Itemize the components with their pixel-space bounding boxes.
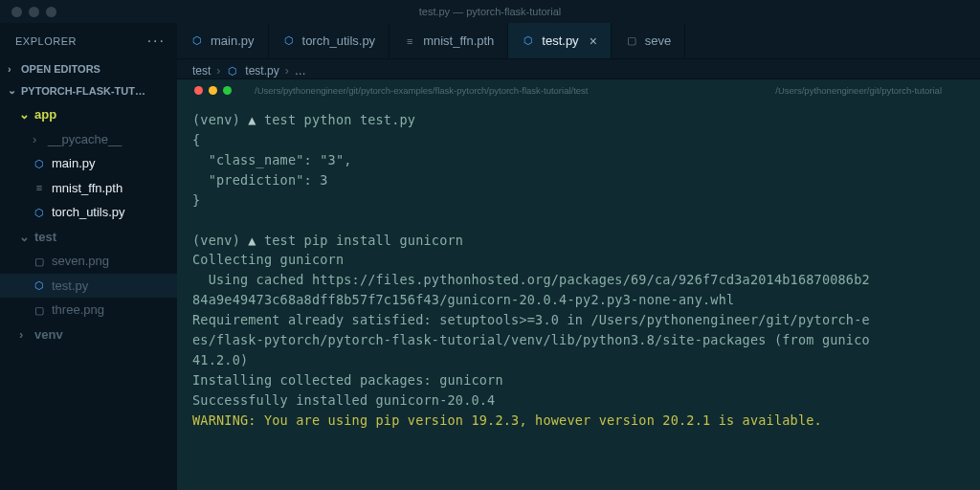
tab-label: torch_utils.py bbox=[302, 33, 376, 48]
warning-line: WARNING: You are using pip version 19.2.… bbox=[192, 412, 822, 428]
python-file-icon: ⬡ bbox=[282, 34, 296, 48]
tab-label: seve bbox=[645, 33, 671, 48]
python-file-icon: ⬡ bbox=[190, 34, 204, 48]
file-tree: ⌄ app › __pycache__ ⬡ main.py ≡ mnist_ff… bbox=[0, 102, 177, 346]
breadcrumb-folder: test bbox=[192, 64, 211, 78]
maximize-window-icon[interactable] bbox=[46, 7, 56, 17]
folder-label: __pycache__ bbox=[48, 130, 122, 149]
file-label: test.py bbox=[52, 277, 88, 296]
close-window-icon[interactable] bbox=[11, 7, 22, 17]
python-file-icon: ⬡ bbox=[33, 157, 46, 170]
folder-label: app bbox=[34, 105, 56, 124]
chevron-down-icon: ⌄ bbox=[19, 228, 29, 247]
chevron-down-icon: ⌄ bbox=[8, 84, 17, 97]
main-area: EXPLORER ··· › OPEN EDITORS ⌄ PYTORCH-FL… bbox=[0, 23, 980, 490]
chevron-right-icon: › bbox=[19, 325, 29, 345]
python-file-icon: ⬡ bbox=[33, 278, 46, 292]
prompt-icon: ▲ bbox=[248, 112, 256, 127]
file-icon: ≡ bbox=[403, 34, 416, 48]
project-label: PYTORCH-FLASK-TUT… bbox=[21, 85, 145, 97]
breadcrumb-more: … bbox=[295, 64, 306, 78]
file-test-py[interactable]: ⬡ test.py bbox=[0, 274, 177, 299]
file-icon: ≡ bbox=[33, 181, 46, 194]
prompt-icon: ▲ bbox=[248, 233, 256, 248]
tab-main-py[interactable]: ⬡ main.py bbox=[177, 23, 269, 58]
editor-tabs: ⬡ main.py ⬡ torch_utils.py ≡ mnist_ffn.p… bbox=[177, 23, 980, 59]
terminal-window-controls bbox=[194, 86, 232, 95]
file-label: three.png bbox=[52, 301, 104, 320]
close-icon[interactable]: × bbox=[590, 33, 597, 49]
editor-window: test.py — pytorch-flask-tutorial EXPLORE… bbox=[0, 0, 980, 490]
chevron-right-icon: › bbox=[216, 64, 220, 78]
folder-label: venv bbox=[34, 325, 63, 345]
explorer-title: EXPLORER bbox=[15, 35, 77, 47]
project-section[interactable]: ⌄ PYTORCH-FLASK-TUT… bbox=[0, 80, 177, 102]
titlebar: test.py — pytorch-flask-tutorial bbox=[0, 0, 980, 23]
maximize-icon[interactable] bbox=[223, 86, 232, 95]
chevron-down-icon: ⌄ bbox=[19, 105, 29, 124]
file-label: seven.png bbox=[52, 252, 109, 271]
folder-label: test bbox=[34, 228, 56, 247]
file-torch-utils[interactable]: ⬡ torch_utils.py bbox=[0, 200, 177, 225]
file-seven-png[interactable]: ▢ seven.png bbox=[0, 249, 177, 274]
sidebar: EXPLORER ··· › OPEN EDITORS ⌄ PYTORCH-FL… bbox=[0, 23, 177, 490]
chevron-right-icon: › bbox=[285, 64, 289, 78]
tab-test-py[interactable]: ⬡ test.py × bbox=[508, 23, 611, 58]
tab-label: mnist_ffn.pth bbox=[423, 33, 494, 48]
tab-mnist-pth[interactable]: ≡ mnist_ffn.pth bbox=[390, 23, 508, 58]
image-file-icon: ▢ bbox=[625, 34, 638, 48]
file-three-png[interactable]: ▢ three.png bbox=[0, 298, 177, 323]
terminal-tabbar: /Users/pythonengineer/git/pytorch-exampl… bbox=[177, 79, 980, 100]
file-label: mnist_ffn.pth bbox=[52, 179, 122, 198]
folder-test[interactable]: ⌄ test bbox=[0, 225, 177, 250]
file-main-py[interactable]: ⬡ main.py bbox=[0, 151, 177, 176]
close-icon[interactable] bbox=[194, 86, 203, 95]
tab-torch-utils[interactable]: ⬡ torch_utils.py bbox=[269, 23, 390, 58]
python-file-icon: ⬡ bbox=[522, 34, 535, 48]
image-file-icon: ▢ bbox=[33, 303, 46, 317]
terminal-output[interactable]: (venv) ▲ test python test.py { "class_na… bbox=[177, 100, 980, 436]
folder-venv[interactable]: › venv bbox=[0, 323, 177, 347]
folder-app[interactable]: ⌄ app bbox=[0, 102, 177, 127]
chevron-right-icon: › bbox=[8, 63, 17, 75]
tab-label: test.py bbox=[542, 33, 578, 48]
tab-seven-png[interactable]: ▢ seve bbox=[612, 23, 685, 58]
python-file-icon: ⬡ bbox=[226, 64, 239, 78]
file-mnist-pth[interactable]: ≡ mnist_ffn.pth bbox=[0, 176, 177, 201]
minimize-window-icon[interactable] bbox=[29, 7, 39, 17]
window-controls bbox=[11, 7, 56, 17]
file-label: torch_utils.py bbox=[52, 203, 125, 222]
python-file-icon: ⬡ bbox=[33, 206, 46, 219]
minimize-icon[interactable] bbox=[209, 86, 217, 95]
editor-content: ⬡ main.py ⬡ torch_utils.py ≡ mnist_ffn.p… bbox=[177, 23, 980, 490]
folder-pycache[interactable]: › __pycache__ bbox=[0, 127, 177, 152]
image-file-icon: ▢ bbox=[33, 255, 46, 268]
tab-label: main.py bbox=[211, 33, 255, 48]
terminal-tab-inactive[interactable]: /Users/pythonengineer/git/pytorch-tutori… bbox=[775, 85, 942, 96]
chevron-right-icon: › bbox=[33, 130, 42, 149]
more-icon[interactable]: ··· bbox=[147, 33, 166, 50]
open-editors-label: OPEN EDITORS bbox=[21, 63, 100, 75]
breadcrumb-file: test.py bbox=[245, 64, 278, 78]
window-title: test.py — pytorch-flask-tutorial bbox=[419, 6, 562, 17]
file-label: main.py bbox=[52, 154, 96, 173]
terminal-panel: /Users/pythonengineer/git/pytorch-exampl… bbox=[177, 78, 980, 490]
explorer-header: EXPLORER ··· bbox=[0, 27, 177, 59]
open-editors-section[interactable]: › OPEN EDITORS bbox=[0, 59, 177, 80]
terminal-tab-active[interactable]: /Users/pythonengineer/git/pytorch-exampl… bbox=[255, 85, 588, 96]
